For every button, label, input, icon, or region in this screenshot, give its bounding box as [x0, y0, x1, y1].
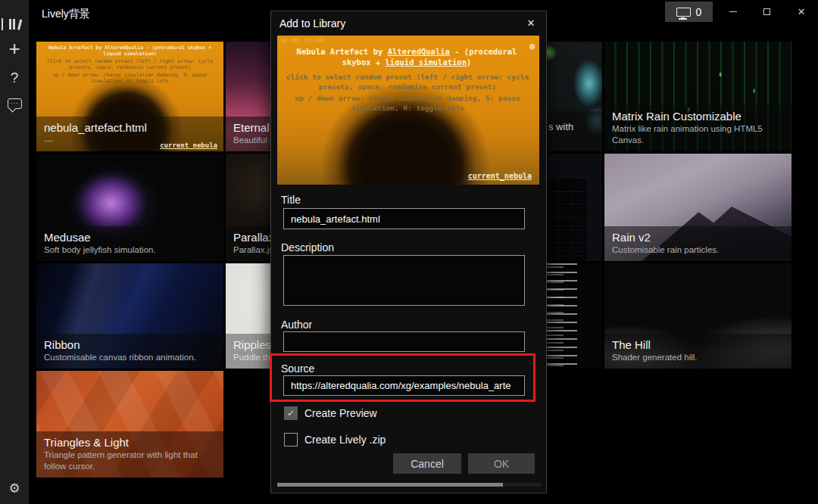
title-input[interactable]: [283, 208, 525, 229]
create-preview-checkbox[interactable]: ✓ Create Preview: [284, 406, 377, 420]
checkbox-label: Create Preview: [304, 407, 377, 419]
minimize-button[interactable]: [721, 0, 745, 23]
feedback-icon[interactable]: ···: [0, 98, 29, 109]
title-label: Title: [281, 194, 301, 206]
maximize-button[interactable]: [754, 0, 779, 23]
checkbox-box[interactable]: [284, 433, 298, 446]
tile-nebula-artefact[interactable]: Nebula Artefact by AlteredQualia - (proc…: [36, 42, 223, 151]
close-button[interactable]: ✕: [789, 0, 813, 23]
scrollbar-thumb[interactable]: [277, 483, 503, 487]
tile-subtitle: Customisable rain particles.: [612, 244, 784, 256]
tile-title: nebula_artefact.html: [44, 120, 216, 135]
tile-caption: Medusae Soft body jellyfish simulation.: [36, 226, 223, 261]
tile-title: Ribbon: [44, 338, 216, 352]
tile-title: Rain v2: [612, 230, 784, 244]
tile-title: Matrix Rain Customizable: [612, 109, 784, 123]
library-icon[interactable]: [0, 17, 29, 31]
add-wallpaper-icon[interactable]: +: [0, 38, 29, 59]
tile-matrix-rain[interactable]: Matrix Rain Customizable Matrix like rai…: [604, 42, 791, 151]
author-input[interactable]: [283, 331, 525, 352]
tile-subtitle: Matrix like rain animation using HTML5 C…: [612, 123, 784, 146]
tile-title: The Hill: [612, 338, 784, 352]
description-label: Description: [281, 241, 334, 254]
tile-subtitle: Triangle pattern generator with light th…: [44, 450, 216, 472]
monitor-icon: [676, 8, 691, 17]
app-title: Lively背景: [42, 8, 90, 21]
dialog-horizontal-scrollbar[interactable]: [277, 483, 541, 487]
checkbox-box[interactable]: ✓: [284, 406, 298, 420]
preview-title-text: Nebula Artefact by AlteredQualia - (proc…: [285, 46, 529, 67]
author-label: Author: [281, 319, 312, 331]
cancel-button[interactable]: Cancel: [393, 453, 461, 474]
tile-the-hill[interactable]: The Hill Shader generated hill.: [604, 263, 791, 369]
tile-title: Medusae: [44, 230, 216, 244]
preview-info-line1: click to select random preset (left / ri…: [283, 72, 532, 92]
dialog-close-icon[interactable]: ✕: [523, 16, 539, 31]
fps-text: 60 FPS (25-60): [281, 38, 326, 44]
preview-corner-label: current_nebula: [468, 172, 532, 180]
create-zip-checkbox[interactable]: Create Lively .zip: [284, 433, 386, 446]
tile-medusae[interactable]: Medusae Soft body jellyfish simulation.: [36, 154, 223, 261]
checkbox-label: Create Lively .zip: [304, 434, 386, 446]
tile-title: Triangles & Light: [44, 435, 216, 450]
ok-button[interactable]: OK: [468, 453, 535, 474]
description-input[interactable]: [283, 255, 525, 306]
check-icon: ✓: [287, 408, 295, 418]
tile-corner-label: current_nebula: [160, 142, 217, 149]
add-to-library-dialog: Add to Library ✕ 60 FPS (25-60) ❄ Nebula…: [270, 11, 547, 493]
tile-triangles-light[interactable]: Triangles & Light Triangle pattern gener…: [36, 371, 223, 478]
tile-subtitle: Customisable canvas ribbon animation.: [44, 352, 216, 363]
tile-caption: Matrix Rain Customizable Matrix like rai…: [604, 105, 791, 151]
help-icon[interactable]: ?: [0, 70, 29, 86]
annotation-highlight-rectangle: [270, 353, 535, 402]
tile-caption: Triangles & Light Triangle pattern gener…: [36, 431, 223, 478]
tile-caption: Ribbon Customisable canvas ribbon animat…: [36, 334, 223, 369]
settings-gear-icon[interactable]: ⚙: [0, 481, 29, 496]
display-selector-button[interactable]: 0: [665, 2, 713, 22]
tile-overlay-text: Nebula Artefact by AlteredQualia - (proc…: [36, 45, 223, 84]
tile-caption: The Hill Shader generated hill.: [604, 334, 791, 369]
snowflake-icon: ❄: [529, 42, 536, 52]
display-count: 0: [696, 6, 702, 18]
tile-ribbon[interactable]: Ribbon Customisable canvas ribbon animat…: [36, 263, 223, 369]
tile-rain-v2[interactable]: Rain v2 Customisable rain particles.: [604, 154, 791, 261]
tile-subtitle: Soft body jellyfish simulation.: [44, 244, 216, 256]
tile-caption: Rain v2 Customisable rain particles.: [604, 226, 791, 261]
dialog-title: Add to Library: [279, 17, 345, 30]
lively-wallpaper-window: + ? ··· ⚙ Lively背景 0 ✕ Nebula Artefact b…: [0, 0, 818, 504]
wallpaper-preview: 60 FPS (25-60) ❄ Nebula Artefact by Alte…: [277, 36, 539, 185]
tile-subtitle: Shader generated hill.: [612, 352, 784, 363]
sidebar: + ? ··· ⚙: [0, 0, 29, 504]
preview-info-line2: up / down arrow: change simulation dampi…: [283, 93, 532, 113]
